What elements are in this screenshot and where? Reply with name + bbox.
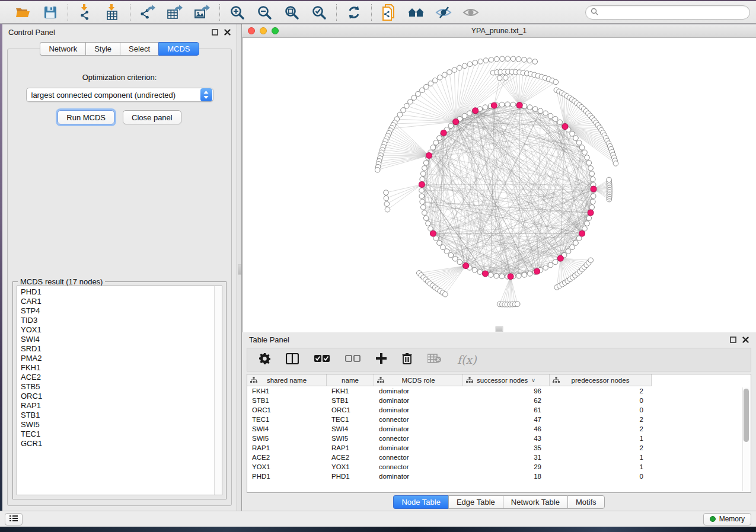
cell-shared-name[interactable]: ACE2 xyxy=(247,454,327,461)
cell-successor-nodes[interactable]: 31 xyxy=(463,454,550,461)
tab-motifs[interactable]: Motifs xyxy=(567,495,605,509)
tab-select[interactable]: Select xyxy=(120,42,158,56)
criterion-select[interactable]: largest connected component (undirected) xyxy=(26,88,213,102)
cell-shared-name[interactable]: PHD1 xyxy=(247,473,327,480)
mcds-node-item[interactable]: TEC1 xyxy=(21,430,222,439)
cell-successor-nodes[interactable]: 47 xyxy=(463,416,550,423)
task-history-button[interactable] xyxy=(5,513,23,525)
table-row[interactable]: PHD1PHD1dominator180 xyxy=(247,472,652,481)
search-input[interactable] xyxy=(601,8,745,17)
cell-MCDS-role[interactable]: dominator xyxy=(374,406,463,414)
cell-MCDS-role[interactable]: dominator xyxy=(374,397,463,404)
show-all-button[interactable] xyxy=(407,4,425,21)
mcds-list-scrollbar[interactable] xyxy=(214,286,222,495)
network-graph[interactable] xyxy=(243,38,756,332)
cell-shared-name[interactable]: STB1 xyxy=(247,397,327,404)
add-row-button[interactable] xyxy=(376,353,387,366)
deselect-all-button[interactable] xyxy=(345,354,361,365)
network-canvas[interactable] xyxy=(242,38,756,332)
mcds-node-item[interactable]: ORC1 xyxy=(21,392,222,401)
cell-name[interactable]: RAP1 xyxy=(327,444,374,451)
table-row[interactable]: TEC1TEC1connector472 xyxy=(247,415,652,424)
table-row[interactable]: SWI5SWI5connector431 xyxy=(247,434,652,443)
cell-predecessor-nodes[interactable]: 2 xyxy=(550,444,652,451)
close-table-panel-icon[interactable] xyxy=(742,336,749,343)
mcds-node-item[interactable]: TID3 xyxy=(21,316,222,325)
mcds-node-item[interactable]: CAR1 xyxy=(21,297,222,306)
memory-button[interactable]: Memory xyxy=(703,513,751,525)
mcds-node-item[interactable]: SWI4 xyxy=(21,335,222,344)
table-row[interactable]: RAP1RAP1dominator352 xyxy=(247,443,652,453)
cell-name[interactable]: YOX1 xyxy=(327,463,374,470)
cell-successor-nodes[interactable]: 96 xyxy=(463,387,550,395)
table-row[interactable]: FKH1FKH1dominator962 xyxy=(247,386,652,396)
mcds-node-item[interactable]: GCR1 xyxy=(21,439,222,448)
tab-edge-table[interactable]: Edge Table xyxy=(448,495,503,509)
mcds-node-item[interactable]: ACE2 xyxy=(21,373,222,382)
tab-mcds[interactable]: MCDS xyxy=(158,42,199,56)
vertical-splitter[interactable] xyxy=(237,24,242,511)
cell-MCDS-role[interactable]: connector xyxy=(374,416,463,423)
table-scrollbar[interactable] xyxy=(742,387,749,491)
mcds-node-item[interactable]: YOX1 xyxy=(21,325,222,335)
cell-shared-name[interactable]: YOX1 xyxy=(247,463,327,470)
split-columns-button[interactable] xyxy=(286,353,299,367)
cell-predecessor-nodes[interactable]: 1 xyxy=(550,454,652,461)
gear-button[interactable] xyxy=(259,353,270,367)
cell-name[interactable]: ACE2 xyxy=(327,454,374,461)
cell-MCDS-role[interactable]: connector xyxy=(374,435,463,442)
zoom-fit-button[interactable] xyxy=(283,4,301,21)
tab-network-table[interactable]: Network Table xyxy=(503,495,567,509)
table-row[interactable]: ORC1ORC1dominator610 xyxy=(247,405,652,415)
close-panel-button[interactable]: Close panel xyxy=(123,110,181,124)
cell-name[interactable]: SWI5 xyxy=(327,435,374,442)
mcds-node-item[interactable]: RAP1 xyxy=(21,401,222,411)
cell-MCDS-role[interactable]: dominator xyxy=(374,387,463,395)
cell-predecessor-nodes[interactable]: 1 xyxy=(550,435,652,442)
cell-successor-nodes[interactable]: 46 xyxy=(463,425,550,432)
mcds-result-list[interactable]: PHD1CAR1STP4TID3YOX1SWI4SRD1PMA2FKH1ACE2… xyxy=(17,286,222,495)
search-box[interactable] xyxy=(585,5,750,20)
cell-predecessor-nodes[interactable]: 0 xyxy=(550,406,652,414)
mcds-node-item[interactable]: STB5 xyxy=(21,382,222,392)
cell-successor-nodes[interactable]: 62 xyxy=(463,397,550,404)
import-network-button[interactable] xyxy=(76,4,94,21)
cell-name[interactable]: SWI4 xyxy=(327,425,374,432)
cell-successor-nodes[interactable]: 29 xyxy=(463,463,550,470)
cell-predecessor-nodes[interactable]: 2 xyxy=(550,387,652,395)
open-session-button[interactable] xyxy=(14,4,32,21)
horizontal-splitter-grip[interactable] xyxy=(496,326,503,332)
cell-shared-name[interactable]: FKH1 xyxy=(247,387,327,395)
cell-predecessor-nodes[interactable]: 1 xyxy=(550,463,652,470)
splitter-grip[interactable] xyxy=(238,264,241,275)
export-image-button[interactable] xyxy=(193,4,211,21)
cell-shared-name[interactable]: SWI4 xyxy=(247,425,327,432)
cell-name[interactable]: FKH1 xyxy=(327,387,374,395)
mcds-node-item[interactable]: PHD1 xyxy=(21,287,222,297)
cell-MCDS-role[interactable]: dominator xyxy=(374,444,463,451)
mcds-node-item[interactable]: PMA2 xyxy=(21,354,222,363)
tab-node-table[interactable]: Node Table xyxy=(393,495,448,509)
cell-name[interactable]: STB1 xyxy=(327,397,374,404)
export-network-button[interactable] xyxy=(139,4,157,21)
table-row[interactable]: YOX1YOX1connector291 xyxy=(247,462,652,472)
cell-predecessor-nodes[interactable]: 0 xyxy=(550,473,652,480)
tab-style[interactable]: Style xyxy=(85,42,120,56)
close-panel-icon[interactable] xyxy=(224,29,231,36)
cell-MCDS-role[interactable]: dominator xyxy=(374,473,463,480)
column-header-successor-nodes[interactable]: successor nodes∨ xyxy=(463,374,550,386)
cell-shared-name[interactable]: SWI5 xyxy=(247,435,327,442)
column-header-predecessor-nodes[interactable]: predecessor nodes xyxy=(550,374,652,386)
cell-successor-nodes[interactable]: 61 xyxy=(463,406,550,414)
cell-MCDS-role[interactable]: connector xyxy=(374,454,463,461)
delete-row-button[interactable] xyxy=(402,352,412,367)
select-all-button[interactable] xyxy=(314,354,330,365)
cell-shared-name[interactable]: ORC1 xyxy=(247,406,327,414)
zoom-in-button[interactable] xyxy=(228,4,246,21)
cell-predecessor-nodes[interactable]: 2 xyxy=(550,416,652,423)
mcds-node-item[interactable]: STB1 xyxy=(21,411,222,420)
mcds-node-item[interactable]: SWI5 xyxy=(21,420,222,430)
tab-network[interactable]: Network xyxy=(40,42,85,56)
table-row[interactable]: SWI4SWI4dominator462 xyxy=(247,424,652,434)
cell-name[interactable]: ORC1 xyxy=(327,406,374,414)
